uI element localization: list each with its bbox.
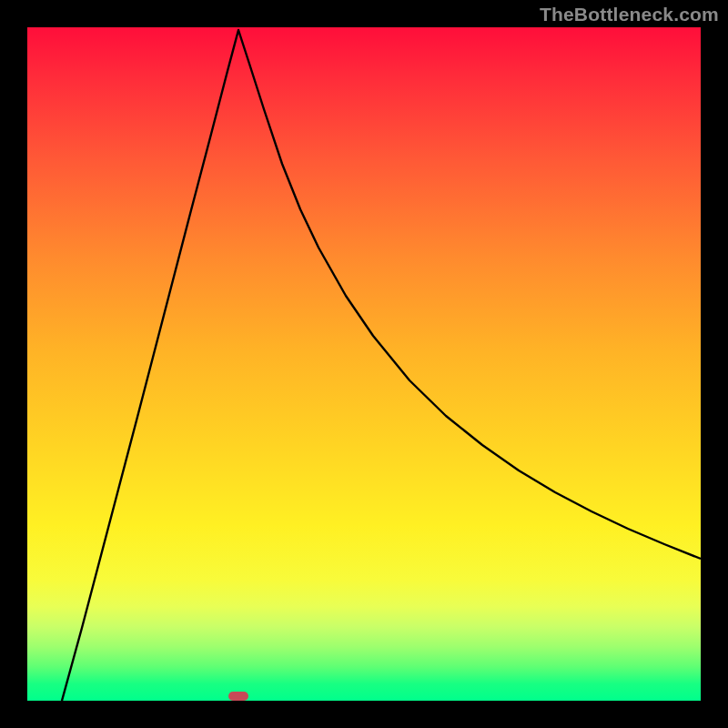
curve-path [62,30,701,701]
chart-frame: TheBottleneck.com [0,0,728,728]
optimum-marker [228,692,248,701]
watermark-text: TheBottleneck.com [540,4,719,25]
bottleneck-curve [27,27,701,701]
